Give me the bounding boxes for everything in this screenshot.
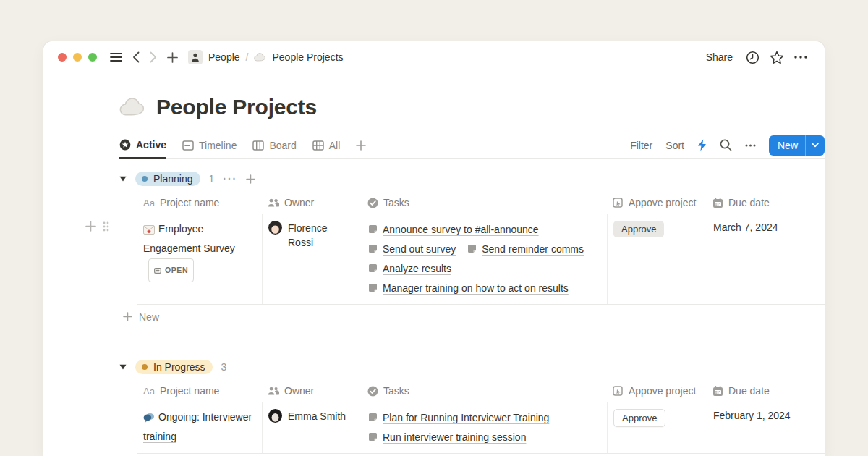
insert-row-plus-icon[interactable] xyxy=(85,221,96,232)
filter-button[interactable]: Filter xyxy=(630,140,652,151)
task-link[interactable]: Send reminder comms xyxy=(467,243,584,255)
project-name-cell[interactable]: Employee Engagement SurveyOPEN xyxy=(137,214,262,304)
chevron-down-icon[interactable] xyxy=(806,135,825,156)
collapse-triangle-icon[interactable] xyxy=(119,176,127,182)
favorite-star-icon[interactable] xyxy=(770,51,784,64)
status-dot xyxy=(142,176,148,182)
column-header-due-date[interactable]: Due date xyxy=(707,197,825,208)
column-header-project-name[interactable]: Aa Project name xyxy=(137,197,262,208)
column-header-tasks[interactable]: Tasks xyxy=(362,385,607,397)
page-title-row: People Projects xyxy=(119,95,825,119)
task-line: Analyze results xyxy=(368,258,600,278)
add-view-icon[interactable] xyxy=(356,140,366,151)
owner-cell[interactable]: Florence Rossi xyxy=(262,214,362,304)
row-hover-controls xyxy=(85,221,109,232)
task-line: Run interviewer training session xyxy=(368,427,600,447)
calendar-icon xyxy=(712,386,723,397)
task-link[interactable]: Manager training on how to act on result… xyxy=(368,282,569,294)
owner-cell[interactable]: Emma Smith xyxy=(262,402,362,453)
approve-button[interactable]: Approve xyxy=(613,221,664,237)
due-date-cell[interactable]: February 1, 2024 xyxy=(707,402,825,453)
more-options-icon[interactable] xyxy=(794,56,807,59)
sort-button[interactable]: Sort xyxy=(665,140,684,151)
calendar-icon xyxy=(712,198,723,208)
new-button-label[interactable]: New xyxy=(769,135,805,156)
task-link[interactable]: Send out survey xyxy=(368,243,456,255)
owner-name: Florence Rossi xyxy=(288,221,354,250)
people-teamspace-icon xyxy=(188,50,203,64)
project-name-cell[interactable]: Ongoing: Interviewer training xyxy=(137,402,262,453)
column-header-due-date[interactable]: Due date xyxy=(707,385,825,397)
share-button[interactable]: Share xyxy=(706,51,733,63)
column-header-owner[interactable]: Owner xyxy=(262,385,362,397)
column-header-approve[interactable]: Appove project xyxy=(607,385,707,397)
task-line: Send out survey Send reminder comms xyxy=(368,239,600,258)
column-label: Tasks xyxy=(383,385,409,397)
task-link[interactable]: Run interviewer training session xyxy=(368,431,526,443)
people-icon xyxy=(268,198,279,208)
column-label: Appove project xyxy=(629,197,696,208)
new-row-button[interactable]: New xyxy=(119,305,825,329)
task-link[interactable]: Analyze results xyxy=(368,263,451,274)
minimize-window-button[interactable] xyxy=(73,53,82,62)
tab-all[interactable]: All xyxy=(312,132,341,158)
owner-name: Emma Smith xyxy=(288,409,346,423)
task-title: Manager training on how to act on result… xyxy=(383,282,569,294)
collapse-triangle-icon[interactable] xyxy=(119,364,127,370)
task-link[interactable]: Plan for Running Interviewer Training xyxy=(368,412,549,423)
column-label: Owner xyxy=(284,385,314,397)
text-property-icon: Aa xyxy=(143,386,155,397)
search-icon[interactable] xyxy=(720,139,732,151)
tasks-cell: Announce survey to #all-announce Send ou… xyxy=(362,214,607,304)
drag-handle-icon[interactable] xyxy=(103,221,109,232)
group-count: 1 xyxy=(209,173,215,185)
column-header-project-name[interactable]: Aa Project name xyxy=(137,385,262,397)
status-badge-in-progress[interactable]: In Progress xyxy=(135,360,213,374)
check-circle-icon xyxy=(367,198,378,208)
updates-clock-icon[interactable] xyxy=(746,51,760,64)
task-line: Plan for Running Interviewer Training xyxy=(368,408,600,427)
tab-timeline[interactable]: Timeline xyxy=(182,132,237,158)
breadcrumb-team[interactable]: People xyxy=(208,51,240,63)
forward-icon[interactable] xyxy=(150,51,157,63)
status-badge-planning[interactable]: Planning xyxy=(135,172,200,186)
tab-label: Timeline xyxy=(199,140,237,151)
column-header-owner[interactable]: Owner xyxy=(262,197,362,208)
breadcrumb-page[interactable]: People Projects xyxy=(272,51,343,63)
avatar xyxy=(268,221,282,235)
view-tabs: Active Timeline Board xyxy=(119,132,366,158)
column-label: Project name xyxy=(160,385,219,397)
group-header: In Progress 3 xyxy=(119,357,825,377)
automation-lightning-icon[interactable] xyxy=(697,139,707,151)
table-grid-icon xyxy=(312,140,324,151)
tab-board[interactable]: Board xyxy=(252,132,296,158)
tab-label: Active xyxy=(136,139,166,151)
column-label: Owner xyxy=(284,197,314,208)
hamburger-menu-icon[interactable] xyxy=(110,52,122,62)
new-row-label: New xyxy=(139,311,159,323)
approve-button[interactable]: Approve xyxy=(613,409,665,427)
button-property-icon xyxy=(613,198,624,208)
text-property-icon: Aa xyxy=(143,198,155,208)
open-page-button[interactable]: OPEN xyxy=(148,258,194,282)
group-add-icon[interactable] xyxy=(246,174,255,184)
avatar xyxy=(268,409,282,423)
timeline-icon xyxy=(182,140,194,151)
tab-active[interactable]: Active xyxy=(119,133,166,159)
new-record-button[interactable]: New xyxy=(769,135,825,156)
table-header-row: Aa Project name Owner Tasks xyxy=(137,192,825,214)
button-property-icon xyxy=(613,386,624,397)
view-options-icon[interactable] xyxy=(745,144,756,147)
task-line: Manager training on how to act on result… xyxy=(368,278,600,297)
close-window-button[interactable] xyxy=(58,53,67,62)
fullscreen-window-button[interactable] xyxy=(88,53,97,62)
new-page-plus-icon[interactable] xyxy=(167,52,178,63)
task-link[interactable]: Announce survey to #all-announce xyxy=(368,224,539,235)
group-options-icon[interactable]: ··· xyxy=(223,173,237,185)
column-header-tasks[interactable]: Tasks xyxy=(362,197,607,208)
open-button-label: OPEN xyxy=(165,261,188,280)
group-label: In Progress xyxy=(153,361,205,373)
column-header-approve[interactable]: Appove project xyxy=(607,197,707,208)
due-date-cell[interactable]: March 7, 2024 xyxy=(707,214,825,304)
back-icon[interactable] xyxy=(132,51,140,63)
